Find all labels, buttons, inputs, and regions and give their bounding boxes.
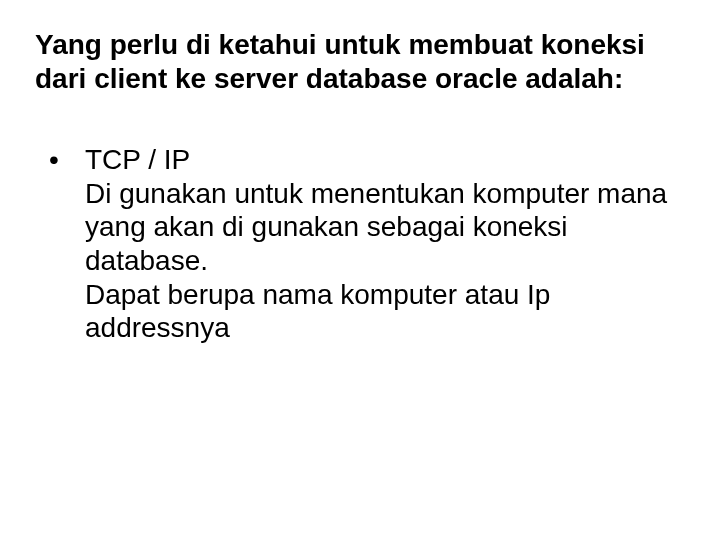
bullet-detail-1: Di gunakan untuk menentukan komputer man… [35,177,685,278]
bullet-item: • TCP / IP [35,143,685,177]
slide-content: • TCP / IP Di gunakan untuk menentukan k… [35,143,685,345]
bullet-detail-2: Dapat berupa nama komputer atau Ip addre… [35,278,685,345]
slide-heading: Yang perlu di ketahui untuk membuat kone… [35,28,685,95]
bullet-title: TCP / IP [85,143,685,177]
bullet-marker: • [35,143,85,177]
